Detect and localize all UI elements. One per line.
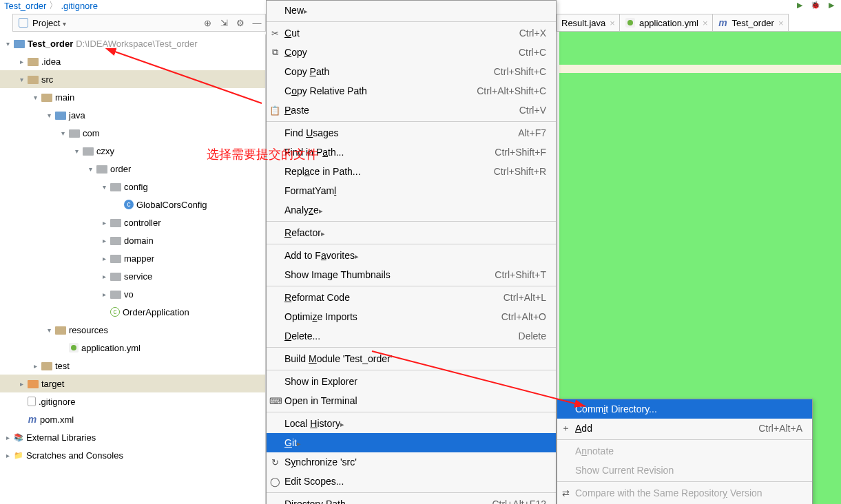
- menu-optimize[interactable]: Optimize ImportsCtrl+Alt+O: [267, 307, 556, 326]
- tree-label: resources: [69, 325, 108, 335]
- tree-root[interactable]: ▾ Test_order D:\IDEAWorkspace\Test_order: [0, 34, 265, 52]
- menu-delete[interactable]: Delete...Delete: [267, 326, 556, 346]
- tree-config[interactable]: ▾ config: [0, 178, 265, 196]
- gear-icon[interactable]: ⚙: [232, 14, 249, 31]
- expand-toggle[interactable]: ▾: [30, 94, 40, 101]
- expand-toggle[interactable]: ▾: [3, 40, 12, 48]
- tree-label: java: [69, 110, 85, 120]
- expand-toggle[interactable]: ▾: [85, 165, 95, 173]
- tree-label: test: [55, 361, 70, 371]
- tab-test-order[interactable]: m Test_order ×: [712, 14, 789, 31]
- package-icon: [110, 255, 121, 263]
- tree-gitignore[interactable]: .gitignore: [0, 392, 265, 410]
- menu-favorites[interactable]: Add to Favorites: [267, 246, 556, 265]
- menu-copy[interactable]: ⧉CopyCtrl+C: [267, 43, 556, 62]
- tree-orderapp[interactable]: c OrderApplication: [0, 303, 265, 321]
- menu-new[interactable]: New: [267, 1, 556, 20]
- locate-icon[interactable]: ⊕: [199, 14, 216, 31]
- menu-commit-dir[interactable]: Commit Directory...: [557, 399, 812, 419]
- submenu-arrow-icon: [340, 418, 344, 429]
- menu-terminal[interactable]: ⌨Open in Terminal: [267, 391, 556, 410]
- tree-test[interactable]: ▸ test: [0, 357, 265, 375]
- shortcut: Ctrl+Shift+R: [494, 166, 546, 177]
- tree-label: Test_order: [28, 39, 73, 49]
- menu-format-yaml[interactable]: FormatYaml: [267, 181, 556, 200]
- menu-analyze[interactable]: Analyze: [267, 200, 556, 220]
- breadcrumb-leaf[interactable]: .gitignore: [61, 1, 97, 11]
- expand-toggle[interactable]: ▾: [44, 326, 54, 334]
- expand-toggle[interactable]: ▾: [58, 129, 68, 137]
- expand-toggle[interactable]: ▸: [99, 273, 109, 280]
- tree-domain[interactable]: ▸ domain: [0, 231, 265, 249]
- menu-reformat[interactable]: Reformat CodeCtrl+Alt+L: [267, 288, 556, 307]
- menu-replace-path[interactable]: Replace in Path...Ctrl+Shift+R: [267, 162, 556, 181]
- tree-label: czxy: [96, 146, 114, 156]
- package-icon: [110, 291, 121, 299]
- menu-local-history[interactable]: Local History: [267, 414, 556, 433]
- menu-show-rev: Show Current Revision: [557, 461, 812, 480]
- debug-icon[interactable]: 🐞: [811, 1, 820, 10]
- project-view-selector[interactable]: Project: [13, 18, 70, 28]
- close-icon[interactable]: ×: [610, 18, 615, 28]
- menu-build[interactable]: Build Module 'Test_order': [267, 349, 556, 368]
- shortcut: Ctrl+V: [519, 105, 546, 116]
- menu-dir-path[interactable]: Directory PathCtrl+Alt+F12: [267, 494, 556, 504]
- tree-main[interactable]: ▾ main: [0, 88, 265, 106]
- tree-service[interactable]: ▸ service: [0, 267, 265, 285]
- tree-label: External Libraries: [26, 432, 96, 443]
- tree-idea[interactable]: ▸ .idea: [0, 52, 265, 70]
- breadcrumb-root[interactable]: Test_order: [4, 1, 46, 11]
- menu-copy-rel[interactable]: Copy Relative PathCtrl+Alt+Shift+C: [267, 81, 556, 101]
- run-icon[interactable]: ▶: [797, 1, 802, 10]
- tab-application-yml[interactable]: application.yml ×: [619, 14, 713, 31]
- tab-result-java[interactable]: Result.java ×: [557, 14, 620, 31]
- tree-target[interactable]: ▸ target: [0, 375, 265, 392]
- tree-java[interactable]: ▾ java: [0, 106, 265, 124]
- close-icon[interactable]: ×: [778, 18, 784, 28]
- expand-toggle[interactable]: ▾: [72, 147, 81, 155]
- expand-toggle[interactable]: ▾: [44, 112, 54, 119]
- expand-toggle[interactable]: ▸: [99, 237, 109, 244]
- menu-sync[interactable]: ↻Synchronize 'src': [267, 452, 556, 472]
- expand-toggle[interactable]: ▸: [3, 434, 12, 441]
- shortcut: Ctrl+Shift+T: [495, 269, 546, 280]
- tree-appyml[interactable]: application.yml: [0, 339, 265, 357]
- expand-toggle[interactable]: ▸: [99, 219, 109, 227]
- expand-toggle[interactable]: ▸: [17, 380, 26, 388]
- menu-git-add[interactable]: ＋AddCtrl+Alt+A: [557, 419, 812, 438]
- tree-controller[interactable]: ▸ controller: [0, 213, 265, 231]
- expand-toggle[interactable]: ▸: [99, 255, 109, 262]
- tree-pom[interactable]: m pom.xml: [0, 410, 265, 428]
- close-icon[interactable]: ×: [703, 18, 708, 28]
- package-icon: [110, 273, 121, 281]
- menu-paste[interactable]: 📋PasteCtrl+V: [267, 101, 556, 120]
- expand-toggle[interactable]: ▸: [3, 452, 12, 459]
- menu-explorer[interactable]: Show in Explorer: [267, 372, 556, 391]
- tree-com[interactable]: ▾ com: [0, 124, 265, 142]
- expand-toggle[interactable]: ▸: [30, 362, 40, 370]
- tree-mapper[interactable]: ▸ mapper: [0, 249, 265, 267]
- tree-extlib[interactable]: ▸ 📚 External Libraries: [0, 428, 265, 446]
- hide-icon[interactable]: —: [249, 14, 265, 31]
- menu-edit-scopes[interactable]: ◯Edit Scopes...: [267, 472, 556, 491]
- run2-icon[interactable]: ▶: [829, 1, 834, 10]
- expand-toggle[interactable]: ▸: [99, 291, 109, 298]
- tree-scratches[interactable]: ▸ 📁 Scratches and Consoles: [0, 446, 265, 464]
- tree-vo[interactable]: ▸ vo: [0, 285, 265, 303]
- folder-icon: [55, 112, 66, 120]
- menu-copy-path[interactable]: Copy PathCtrl+Shift+C: [267, 62, 556, 81]
- expand-toggle[interactable]: ▾: [99, 183, 109, 191]
- menu-cut[interactable]: ✂CutCtrl+X: [267, 23, 556, 43]
- collapse-icon[interactable]: ⇲: [216, 14, 232, 31]
- tree-src[interactable]: ▾ src: [0, 70, 265, 88]
- menu-thumbs[interactable]: Show Image ThumbnailsCtrl+Shift+T: [267, 265, 556, 284]
- shortcut: Ctrl+Alt+Shift+C: [477, 85, 546, 96]
- expand-toggle[interactable]: ▸: [17, 58, 26, 65]
- tree-resources[interactable]: ▾ resources: [0, 321, 265, 339]
- expand-toggle[interactable]: ▾: [17, 76, 26, 83]
- tree-globalcors[interactable]: c GlobalCorsConfig: [0, 196, 265, 213]
- menu-find-usages[interactable]: Find UsagesAlt+F7: [267, 123, 556, 143]
- menu-git[interactable]: Git: [267, 433, 556, 452]
- project-tree[interactable]: ▾ Test_order D:\IDEAWorkspace\Test_order…: [0, 34, 266, 504]
- menu-refactor[interactable]: Refactor: [267, 223, 556, 242]
